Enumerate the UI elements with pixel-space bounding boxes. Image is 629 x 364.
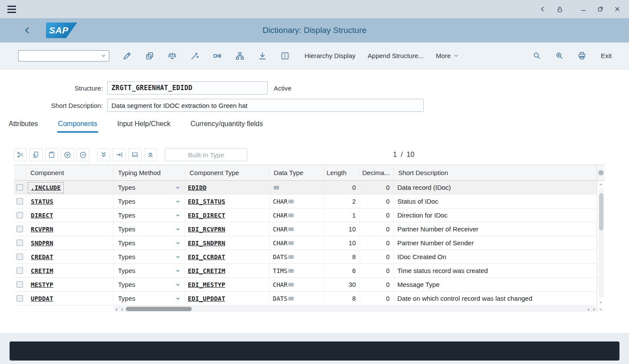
lock-icon[interactable] bbox=[553, 3, 566, 16]
typing-method-dropdown[interactable] bbox=[175, 268, 180, 273]
command-field[interactable] bbox=[18, 50, 109, 62]
status-bar[interactable] bbox=[10, 341, 619, 361]
component-link[interactable]: RCVPRN bbox=[31, 226, 53, 233]
row-checkbox[interactable] bbox=[16, 295, 23, 302]
typing-method-dropdown[interactable] bbox=[175, 185, 180, 190]
component-type-link[interactable]: EDI_RCVPRN bbox=[188, 226, 225, 233]
typing-method-dropdown[interactable] bbox=[175, 282, 180, 287]
component-link[interactable]: CREDAT bbox=[31, 254, 53, 260]
component-link[interactable]: CRETIM bbox=[31, 267, 53, 274]
component-link[interactable]: STATUS bbox=[31, 198, 53, 205]
column-header-data-type[interactable]: Data Type bbox=[269, 165, 324, 180]
component-type-link[interactable]: EDI_CRETIM bbox=[188, 267, 225, 274]
component-type-link[interactable]: EDI_SNDPRN bbox=[188, 240, 225, 247]
row-checkbox[interactable] bbox=[16, 198, 23, 205]
column-header-length[interactable]: Length bbox=[324, 165, 360, 180]
where-used-icon[interactable] bbox=[212, 50, 223, 62]
table-row[interactable]: RCVPRN Types EDI_RCVPRN CHAR 10 0 Partne… bbox=[14, 222, 597, 236]
typing-method-dropdown[interactable] bbox=[175, 213, 180, 218]
row-checkbox[interactable] bbox=[16, 184, 23, 191]
remove-row-icon[interactable] bbox=[76, 148, 89, 161]
column-header-typing-method[interactable]: Typing Method bbox=[114, 165, 185, 180]
column-header-component-type[interactable]: Component Type bbox=[185, 165, 269, 180]
component-link[interactable]: UPDDAT bbox=[31, 295, 53, 302]
maximize-icon[interactable] bbox=[594, 3, 607, 16]
table-row[interactable]: SNDPRN Types EDI_SNDPRN CHAR 10 0 Partne… bbox=[14, 236, 597, 250]
scroll-down-icon[interactable]: › bbox=[598, 299, 604, 306]
collapse-all-icon[interactable] bbox=[144, 148, 157, 161]
tab-input-help-check[interactable]: Input Help/Check bbox=[116, 118, 171, 133]
titlebar-back-icon[interactable] bbox=[536, 3, 549, 16]
header-back-icon[interactable] bbox=[23, 26, 32, 35]
component-link[interactable]: SNDPRN bbox=[31, 240, 53, 247]
typing-method-dropdown[interactable] bbox=[175, 240, 180, 246]
component-link[interactable]: MESTYP bbox=[31, 281, 53, 288]
row-checkbox[interactable] bbox=[16, 240, 23, 246]
minimize-icon[interactable] bbox=[577, 3, 590, 16]
row-checkbox[interactable] bbox=[16, 212, 23, 218]
print-icon[interactable] bbox=[577, 50, 588, 62]
horizontal-scrollbar[interactable]: ‹ › ‹ › bbox=[114, 306, 597, 312]
component-type-link[interactable]: EDI_CCRDAT bbox=[188, 254, 225, 260]
component-type-link[interactable]: EDI_UPDDAT bbox=[188, 295, 225, 302]
scroll-left-end-icon[interactable]: ‹ bbox=[586, 306, 591, 312]
component-link[interactable]: DIRECT bbox=[31, 212, 53, 219]
insert-column-icon[interactable] bbox=[113, 148, 126, 161]
scroll-down-end-icon[interactable]: › bbox=[598, 306, 604, 312]
column-header-component[interactable]: Component bbox=[26, 165, 114, 180]
copy-icon[interactable] bbox=[29, 148, 43, 161]
row-checkbox[interactable] bbox=[16, 281, 23, 288]
activate-wand-icon[interactable] bbox=[189, 50, 200, 62]
table-row[interactable]: UPDDAT Types EDI_UPDDAT DATS 8 0 Date on… bbox=[14, 292, 597, 306]
typing-method-dropdown[interactable] bbox=[175, 227, 180, 232]
table-row[interactable]: CREDAT Types EDI_CCRDAT DATS 8 0 IDoc Cr… bbox=[14, 250, 597, 264]
typing-method-dropdown[interactable] bbox=[175, 296, 180, 301]
horizontal-scroll-thumb[interactable] bbox=[126, 307, 192, 311]
component-type-link[interactable]: EDI_STATUS bbox=[188, 198, 225, 205]
other-object-icon[interactable] bbox=[144, 50, 155, 62]
typing-method-dropdown[interactable] bbox=[175, 254, 180, 260]
select-all-header-cell[interactable] bbox=[14, 165, 26, 180]
scroll-right-end-icon[interactable]: › bbox=[591, 306, 597, 312]
insert-line-icon[interactable] bbox=[128, 148, 141, 161]
paste-icon[interactable] bbox=[45, 148, 58, 161]
component-type-link[interactable]: EDI_MESTYP bbox=[188, 281, 225, 288]
structure-input[interactable]: ZRGTT_GREENHAT_EDIDD bbox=[107, 81, 268, 94]
scroll-up-icon[interactable]: ‹ bbox=[598, 181, 604, 188]
check-scales-icon[interactable] bbox=[167, 50, 178, 62]
component-link[interactable]: .INCLUDE bbox=[31, 184, 61, 191]
scroll-right-icon[interactable]: › bbox=[119, 306, 125, 312]
move-down-icon[interactable] bbox=[257, 50, 268, 62]
expand-all-icon[interactable] bbox=[97, 148, 110, 161]
table-row[interactable]: DIRECT Types EDI_DIRECT CHAR 1 0 Directi… bbox=[14, 208, 597, 222]
search-next-icon[interactable] bbox=[554, 50, 565, 62]
table-settings-cell[interactable] bbox=[597, 165, 605, 181]
horizontal-scroll-track[interactable] bbox=[125, 306, 586, 312]
row-checkbox[interactable] bbox=[16, 226, 23, 232]
vertical-scroll-thumb[interactable] bbox=[599, 193, 603, 231]
component-type-link[interactable]: EDIDD bbox=[188, 184, 206, 191]
column-header-decimals[interactable]: Decima... bbox=[360, 165, 394, 180]
component-type-link[interactable]: EDI_DIRECT bbox=[188, 212, 225, 219]
tab-currency-quantity-fields[interactable]: Currency/quantity fields bbox=[190, 118, 264, 133]
row-checkbox[interactable] bbox=[16, 267, 23, 274]
table-row[interactable]: CRETIM Types EDI_CRETIM TIMS 6 0 Time st… bbox=[14, 264, 597, 278]
row-checkbox[interactable] bbox=[16, 254, 23, 260]
close-icon[interactable] bbox=[611, 3, 624, 16]
hamburger-menu-icon[interactable] bbox=[5, 3, 18, 16]
cut-icon[interactable] bbox=[14, 148, 27, 161]
vertical-scroll-track[interactable] bbox=[599, 188, 604, 298]
information-icon[interactable] bbox=[279, 50, 291, 62]
column-header-short-description[interactable]: Short Description bbox=[394, 165, 597, 180]
table-row[interactable]: STATUS Types EDI_STATUS CHAR 2 0 Status … bbox=[14, 195, 597, 208]
table-row[interactable]: MESTYP Types EDI_MESTYP CHAR 30 0 Messag… bbox=[14, 278, 597, 292]
display-change-icon[interactable] bbox=[121, 50, 133, 62]
short-description-input[interactable]: Data segment for IDOC extraction to Gree… bbox=[107, 99, 424, 112]
vertical-scrollbar[interactable]: ‹ › › bbox=[597, 165, 605, 312]
command-input[interactable] bbox=[21, 52, 101, 59]
object-list-icon[interactable] bbox=[234, 50, 246, 62]
append-structure-button[interactable]: Append Structure... bbox=[368, 52, 424, 59]
hierarchy-display-button[interactable]: Hierarchy Display bbox=[305, 52, 356, 59]
table-row[interactable]: .INCLUDE Types EDIDD 0 0 Data record (ID… bbox=[14, 181, 597, 195]
more-button[interactable]: More bbox=[436, 52, 459, 59]
